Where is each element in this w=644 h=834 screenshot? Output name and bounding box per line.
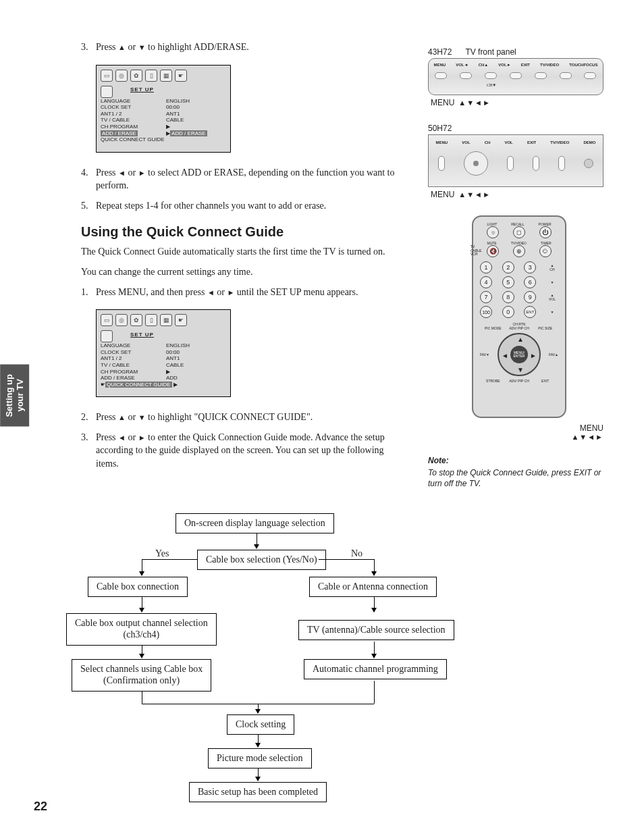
- step-text: Repeat steps 1-4 for other channels you …: [96, 199, 405, 213]
- step-num: 2.: [81, 411, 96, 424]
- steps-block-a2: 4. Press ◄ or ► to select ADD or ERASE, …: [81, 166, 405, 213]
- vol-down: ▼: [546, 306, 558, 318]
- arrow-right-icon: ►: [227, 288, 234, 298]
- d: EXIT: [532, 379, 558, 383]
- mrow-r: ANT1: [166, 355, 226, 362]
- arrow-left-icon: ◄: [118, 433, 126, 443]
- remote-row2: 🔇 ⊕ ⏲: [480, 245, 558, 257]
- step-3: 3. Press ▲ or ▼ to highlight ADD/ERASE.: [81, 41, 405, 54]
- step-5: 5. Repeat steps 1-4 for other channels y…: [81, 199, 405, 213]
- d: STROBE: [480, 379, 506, 383]
- hl: ADD / ERASE: [101, 130, 138, 137]
- recall-btn-icon: ◻: [513, 226, 525, 238]
- flow-conn: [258, 704, 259, 713]
- step-text: Press ◄ or ► to select ADD or ERASE, dep…: [96, 166, 405, 192]
- steps-block-a: 3. Press ▲ or ▼ to highlight ADD/ERASE.: [81, 41, 405, 54]
- pl: VOL◄: [456, 63, 468, 67]
- side-tab-l1: Setting up: [4, 374, 14, 417]
- step-num: 1.: [81, 286, 96, 299]
- mrow-r: ▶: [166, 369, 226, 375]
- panel-btn: [438, 156, 445, 171]
- d: PIC MODE: [480, 326, 506, 330]
- menu-cat-icon: ◎: [115, 70, 128, 82]
- panel2-buttons: [429, 151, 603, 176]
- flowchart: On-screen display language selection Yes…: [54, 513, 405, 804]
- note-block: Note: To stop the Quick Connect Guide, p…: [428, 456, 610, 489]
- ch-down-label: CH▼: [487, 83, 496, 87]
- d: ADV/ PIP CH: [506, 379, 533, 383]
- mrow-l: CLOCK SET: [101, 104, 161, 111]
- timer-btn-icon: ⏲: [539, 245, 552, 257]
- pl: TV/VIDEO: [540, 63, 559, 67]
- arrow-up-icon: ▲: [118, 43, 126, 53]
- panel-btn: [435, 72, 447, 79]
- step-b3: 3. Press ◄ or ► to enter the Quick Conne…: [81, 431, 405, 471]
- t: to highlight ADD/ERASE.: [146, 42, 249, 52]
- side-tab: Setting up your TV: [0, 365, 29, 427]
- mrow-r: CABLE: [166, 117, 226, 124]
- tv-panel-50h72: MENU VOL CH VOL EXIT TV/VIDEO DEMO: [428, 134, 603, 187]
- mrow-l: LANGUAGE: [101, 98, 161, 105]
- key-8: 8: [502, 291, 514, 303]
- menu-cat-icon: ✿: [130, 314, 142, 326]
- step-num: 3.: [81, 431, 96, 471]
- tv-panel-43h72: MENU VOL◄ CH▲ VOL► EXIT TV/VIDEO TOUCHFO…: [428, 58, 603, 95]
- flow-conn: [142, 597, 142, 612]
- setup-label: SET UP: [130, 86, 154, 93]
- step-4: 4. Press ◄ or ► to select ADD or ERASE, …: [81, 166, 405, 192]
- nav-down-icon: ▼: [517, 366, 524, 373]
- flow-conn: [142, 559, 142, 575]
- menu-rows: LANGUAGEENGLISH CLOCK SET00:00 ANT1 / 2A…: [101, 98, 226, 143]
- keypad: 1 2 3 ▲CH 4 5 6 ▼ 7 8 9 ▲VOL 100 0 ENT ▼: [480, 261, 558, 318]
- arrow-left-icon: ◄: [207, 288, 215, 298]
- menu-cat-icon: ▦: [160, 70, 172, 82]
- step-num: 4.: [81, 166, 96, 192]
- hand-icon: ☛: [101, 382, 105, 388]
- pl: EXIT: [521, 63, 530, 67]
- ch-up: ▲CH: [546, 261, 558, 273]
- panel-btn: [560, 72, 572, 79]
- panel2-caption: MENU ▲▼◄►: [431, 190, 610, 199]
- flow-b7: Select channels using Cable box(Confirma…: [72, 659, 211, 692]
- arrow-up-icon: ▲: [118, 413, 126, 423]
- flow-b2: Cable box selection (Yes/No): [197, 550, 326, 570]
- menu-icons-row: ▭ ◎ ✿ ▯ ▦ ☛: [101, 70, 226, 82]
- model2-label: 50H72: [428, 124, 610, 133]
- mrow-r: ENGLISH: [166, 342, 226, 349]
- panel-labels: MENU VOL◄ CH▲ VOL► EXIT TV/VIDEO TOUCHFO…: [429, 63, 603, 67]
- flow-conn: [374, 681, 375, 704]
- t: or: [126, 412, 138, 422]
- flow-conn: [374, 642, 375, 658]
- d: ADV/ PIP CH: [506, 326, 533, 330]
- menu-rows: LANGUAGEENGLISH CLOCK SET00:00 ANT1 / 2A…: [101, 342, 226, 388]
- para-1: The Quick Connect Guide automatically st…: [81, 245, 405, 259]
- light-btn-icon: ☼: [487, 226, 499, 238]
- menu-cat-icon: ☛: [175, 314, 187, 326]
- mrow-l: QUICK CONNECT GUIDE: [101, 136, 226, 143]
- mrow-r: ENGLISH: [166, 98, 226, 105]
- t: to highlight "QUICK CONNECT GUIDE".: [146, 412, 313, 422]
- pl: CH: [485, 140, 491, 145]
- key-7: 7: [480, 291, 492, 303]
- vol-up: ▲VOL: [546, 291, 558, 303]
- t: Press: [96, 432, 118, 442]
- panel-btn: [485, 72, 497, 79]
- mrow-r: 00:00: [166, 104, 226, 111]
- caption-menu: MENU: [428, 423, 603, 433]
- mode-switch: TV CABLE VCR: [471, 245, 481, 257]
- t: Cable box output channel selection: [75, 618, 208, 628]
- t: Press: [96, 167, 118, 178]
- flow-yes: Yes: [155, 548, 169, 559]
- t: or: [126, 167, 138, 178]
- panel-btn: [535, 72, 547, 79]
- menu-cat-icon: ✿: [130, 70, 142, 82]
- pl: TOUCHFOCUS: [569, 63, 597, 67]
- nav-arrows-icon: ▲▼◄►: [458, 99, 491, 107]
- nav-left-icon: ◄: [502, 352, 508, 359]
- step-b1: 1. Press MENU, and then press ◄ or ► unt…: [81, 286, 405, 299]
- step-num: 5.: [81, 199, 96, 213]
- nav-up-icon: ▲: [517, 336, 524, 343]
- page-number: 22: [34, 800, 47, 814]
- remote-diagram: LIGHT RECALL POWER ☼ ◻ ⏻ TV CABLE VCR MU…: [472, 215, 566, 418]
- mrow-r: ▶ADD / ERASE: [166, 130, 226, 137]
